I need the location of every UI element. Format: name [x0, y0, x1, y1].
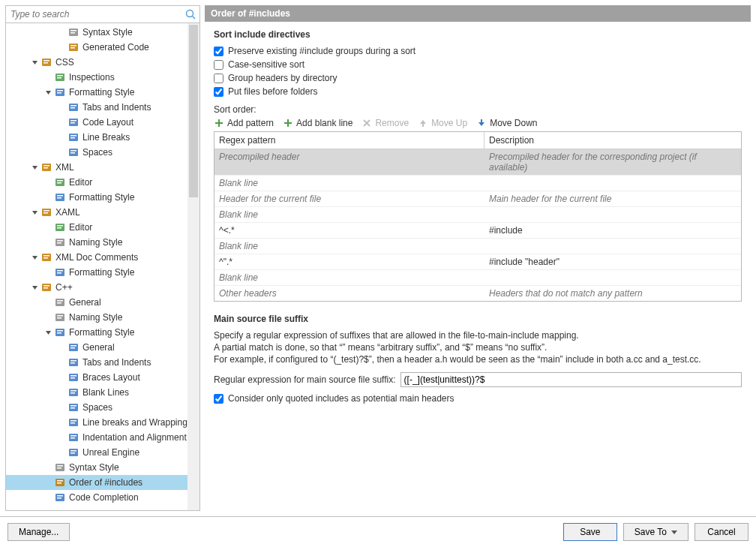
- fmt-icon: [54, 86, 66, 98]
- grid-row[interactable]: Blank line: [214, 239, 741, 254]
- tree-label: Naming Style: [69, 237, 122, 248]
- tree-item-naming-style[interactable]: Naming Style: [6, 310, 200, 325]
- tree-item-generated-code[interactable]: Generated Code: [6, 40, 200, 55]
- expander-icon[interactable]: [30, 58, 39, 67]
- tree-item-spaces[interactable]: Spaces: [6, 400, 200, 415]
- svg-rect-48: [44, 255, 50, 257]
- check-1[interactable]: [214, 60, 224, 70]
- search-input[interactable]: [6, 6, 200, 23]
- tree-item-css[interactable]: CSS: [6, 55, 200, 70]
- tree-label: Editor: [69, 177, 92, 188]
- tree-item-tabs-and-indents[interactable]: Tabs and Indents: [6, 355, 200, 370]
- expander-icon: [57, 418, 66, 427]
- expander-icon[interactable]: [30, 283, 39, 292]
- search-icon[interactable]: [184, 8, 196, 20]
- check-3[interactable]: [214, 87, 224, 97]
- cell-desc: [484, 270, 741, 285]
- settings-tree[interactable]: Syntax StyleGenerated CodeCSSInspections…: [6, 23, 200, 510]
- expander-icon: [44, 463, 52, 472]
- tree-item-spaces[interactable]: Spaces: [6, 145, 200, 160]
- search-wrap: [6, 6, 200, 23]
- tree-label: Formatting Style: [69, 327, 134, 338]
- tree-item-tabs-and-indents[interactable]: Tabs and Indents: [6, 100, 200, 115]
- grid-row[interactable]: Other headersHeaders that do not match a…: [214, 286, 741, 301]
- manage-button[interactable]: Manage...: [8, 523, 70, 541]
- tree-label: Syntax Style: [82, 27, 133, 38]
- grid-row[interactable]: ^".*#include "header": [214, 254, 741, 270]
- tree-item-xaml[interactable]: XAML: [6, 205, 200, 220]
- cancel-button[interactable]: Cancel: [694, 523, 748, 541]
- grid-row[interactable]: Blank line: [214, 176, 741, 191]
- expander-icon[interactable]: [30, 163, 39, 172]
- svg-rect-90: [57, 465, 63, 467]
- check-0[interactable]: [214, 47, 224, 56]
- tree-label: Editor: [69, 222, 92, 233]
- tree-item-formatting-style[interactable]: Formatting Style: [6, 325, 200, 340]
- expander-icon: [44, 73, 52, 82]
- regex-input[interactable]: [400, 372, 742, 387]
- tree-item-syntax-style[interactable]: Syntax Style: [6, 460, 200, 475]
- svg-rect-36: [57, 195, 63, 197]
- cell-desc: [484, 207, 741, 222]
- svg-rect-79: [70, 407, 75, 409]
- tree-item-general[interactable]: General: [6, 340, 200, 355]
- tree-item-unreal-engine[interactable]: Unreal Engine: [6, 445, 200, 460]
- tree-item-xml[interactable]: XML: [6, 160, 200, 175]
- tree-item-naming-style[interactable]: Naming Style: [6, 235, 200, 250]
- cell-desc: #include: [484, 223, 741, 238]
- tree-item-editor[interactable]: Editor: [6, 220, 200, 235]
- tree-scroll-thumb[interactable]: [189, 25, 198, 197]
- tree-scrollbar[interactable]: [188, 23, 200, 510]
- svg-rect-28: [70, 152, 75, 154]
- gear-icon: [54, 296, 66, 308]
- tree-item-xml-doc-comments[interactable]: XML Doc Comments: [6, 250, 200, 265]
- tree-item-inspections[interactable]: Inspections: [6, 70, 200, 85]
- fmt-icon: [54, 266, 66, 278]
- expander-icon[interactable]: [44, 88, 52, 97]
- expander-icon: [44, 298, 52, 307]
- pattern-grid[interactable]: Regex pattern Description Precompiled he…: [214, 131, 742, 302]
- expander-icon[interactable]: [30, 253, 39, 262]
- tree-item-formatting-style[interactable]: Formatting Style: [6, 265, 200, 280]
- tree-item-code-completion[interactable]: Code Completion: [6, 490, 200, 505]
- move-down-button[interactable]: Move Down: [476, 118, 537, 128]
- save-button[interactable]: Save: [563, 523, 617, 541]
- footer: Manage... Save Save To Cancel: [0, 516, 756, 547]
- expander-icon[interactable]: [44, 328, 52, 337]
- svg-rect-97: [57, 497, 62, 499]
- quoted-check-label: Consider only quoted includes as potenti…: [228, 393, 454, 404]
- tree-item-order-of-includes[interactable]: Order of #includes: [6, 475, 200, 490]
- inspect-icon: [54, 71, 66, 83]
- grid-row[interactable]: Blank line: [214, 270, 741, 286]
- tree-item-general[interactable]: General: [6, 295, 200, 310]
- tree-item-code-layout[interactable]: Code Layout: [6, 115, 200, 130]
- grid-row[interactable]: Header for the current fileMain header f…: [214, 191, 741, 207]
- col-desc[interactable]: Description: [484, 132, 741, 149]
- tree-item-formatting-style[interactable]: Formatting Style: [6, 190, 200, 205]
- svg-rect-43: [57, 227, 62, 229]
- grid-row[interactable]: Blank line: [214, 207, 741, 223]
- expander-icon[interactable]: [30, 208, 39, 217]
- tree-item-editor[interactable]: Editor: [6, 175, 200, 190]
- svg-rect-94: [57, 482, 62, 484]
- tree-item-c-[interactable]: C++: [6, 280, 200, 295]
- quoted-check[interactable]: [214, 394, 224, 404]
- grid-row[interactable]: Precompiled headerPrecompiled header for…: [214, 149, 741, 176]
- tree-item-line-breaks-and-wrapping[interactable]: Line breaks and Wrapping: [6, 415, 200, 430]
- tree-item-syntax-style[interactable]: Syntax Style: [6, 25, 200, 40]
- col-regex[interactable]: Regex pattern: [214, 132, 484, 149]
- add-blank-button[interactable]: Add blank line: [283, 118, 352, 128]
- save-to-button[interactable]: Save To: [623, 523, 688, 541]
- xml-icon: [40, 251, 52, 263]
- svg-rect-13: [57, 77, 62, 79]
- tree-item-blank-lines[interactable]: Blank Lines: [6, 385, 200, 400]
- tree-item-line-breaks[interactable]: Line Breaks: [6, 130, 200, 145]
- check-2[interactable]: [214, 74, 224, 83]
- add-pattern-button[interactable]: Add pattern: [214, 118, 274, 128]
- tree-item-indentation-and-alignment[interactable]: Indentation and Alignment: [6, 430, 200, 445]
- tree-item-formatting-style[interactable]: Formatting Style: [6, 85, 200, 100]
- tree-item-braces-layout[interactable]: Braces Layout: [6, 370, 200, 385]
- svg-rect-81: [70, 420, 76, 422]
- grid-row[interactable]: ^<.*#include: [214, 223, 741, 239]
- tree-label: General: [82, 342, 115, 353]
